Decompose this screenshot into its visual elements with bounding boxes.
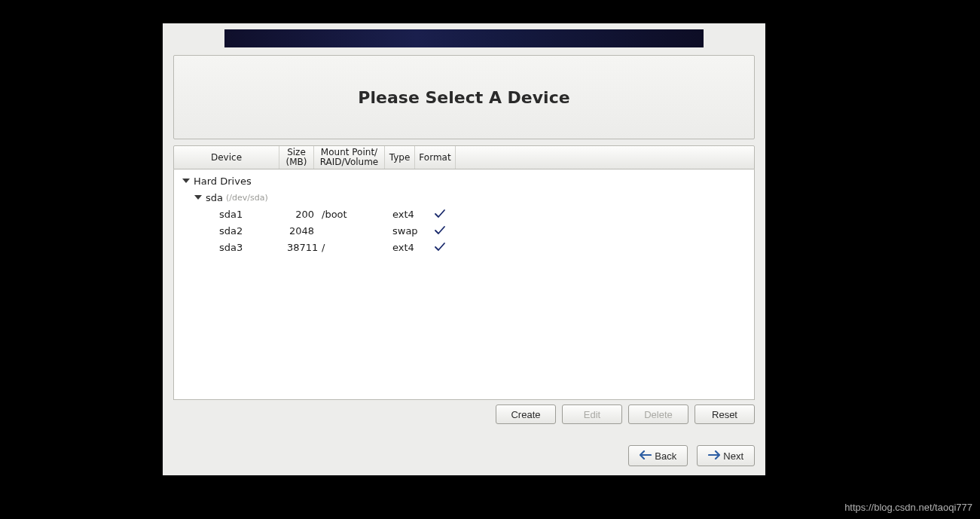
reset-button[interactable]: Reset [695, 405, 755, 424]
installer-window: Please Select A Device Device Size (MB) … [163, 23, 765, 475]
svg-marker-1 [194, 195, 202, 200]
tree-row-sda[interactable]: sda (/dev/sda) [174, 189, 754, 206]
col-size[interactable]: Size (MB) [279, 146, 314, 169]
svg-marker-0 [182, 179, 190, 183]
col-device[interactable]: Device [174, 146, 279, 169]
partition-name: sda1 [219, 209, 243, 220]
device-tree[interactable]: Hard Drives sda (/dev/sda) sda1 200 /boo… [173, 169, 755, 400]
table-row[interactable]: sda1 200 /boot ext4 [174, 206, 754, 222]
arrow-right-icon [708, 450, 720, 462]
delete-button: Delete [628, 405, 688, 424]
col-spacer [456, 146, 754, 169]
checkmark-icon [434, 241, 446, 252]
partition-type: ext4 [389, 209, 420, 220]
partition-name: sda3 [219, 242, 243, 253]
tree-row-hard-drives[interactable]: Hard Drives [174, 172, 754, 189]
checkmark-icon [434, 224, 446, 236]
col-mount[interactable]: Mount Point/ RAID/Volume [314, 146, 385, 169]
col-type[interactable]: Type [385, 146, 415, 169]
back-label: Back [655, 450, 676, 462]
partition-type: swap [389, 225, 420, 237]
nav-bar: Back Next [173, 445, 755, 466]
partition-mount: / [319, 242, 389, 253]
partition-size: 2048 [284, 225, 319, 237]
arrow-left-icon [640, 450, 652, 462]
partition-size: 200 [284, 209, 319, 220]
col-format[interactable]: Format [415, 146, 456, 169]
partition-size: 38711 [284, 242, 319, 253]
action-bar: Create Edit Delete Reset [173, 405, 755, 424]
tree-label: sda [206, 192, 223, 203]
column-headers: Device Size (MB) Mount Point/ RAID/Volum… [173, 145, 755, 169]
next-label: Next [723, 450, 743, 462]
partition-name: sda2 [219, 225, 243, 237]
partition-mount: /boot [319, 209, 389, 220]
table-row[interactable]: sda3 38711 / ext4 [174, 239, 754, 255]
top-banner [224, 29, 704, 47]
tree-label: Hard Drives [194, 176, 252, 187]
next-button[interactable]: Next [697, 445, 755, 466]
watermark: https://blog.csdn.net/taoqi777 [844, 502, 972, 513]
expander-icon[interactable] [194, 193, 203, 202]
device-path: (/dev/sda) [226, 193, 268, 203]
device-table: Device Size (MB) Mount Point/ RAID/Volum… [173, 145, 755, 400]
title-panel: Please Select A Device [173, 55, 755, 139]
edit-button: Edit [562, 405, 622, 424]
create-button[interactable]: Create [496, 405, 556, 424]
expander-icon[interactable] [182, 176, 191, 185]
checkmark-icon [434, 208, 446, 219]
page-title: Please Select A Device [358, 88, 569, 107]
partition-type: ext4 [389, 242, 420, 253]
table-row[interactable]: sda2 2048 swap [174, 222, 754, 239]
back-button[interactable]: Back [628, 445, 688, 466]
